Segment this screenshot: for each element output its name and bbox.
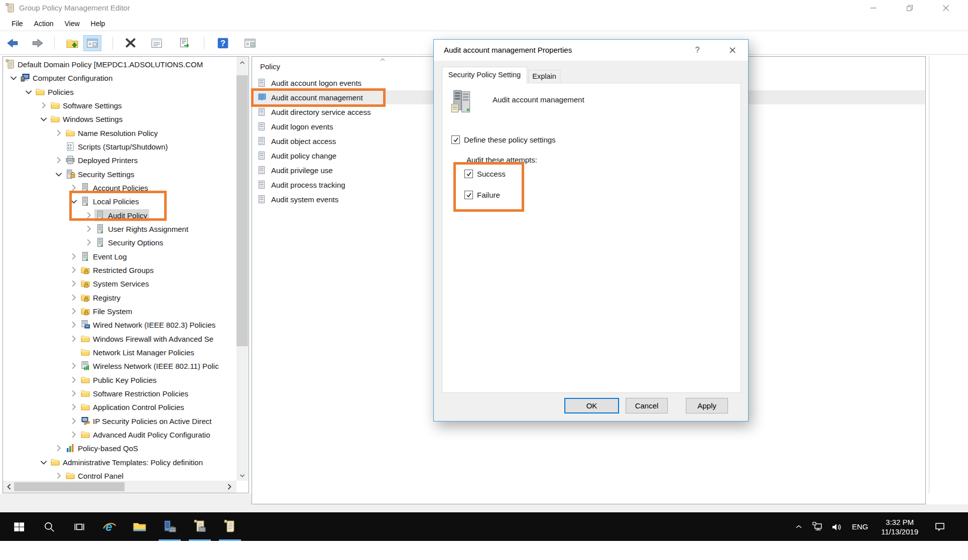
tree-vertical-scroll-thumb[interactable]	[236, 75, 248, 346]
taskbar-gpmc-app[interactable]	[188, 512, 212, 541]
tray-language-indicator[interactable]: ENG	[848, 512, 873, 541]
close-button[interactable]	[935, 0, 957, 16]
menu-view[interactable]: View	[59, 16, 85, 31]
minimize-button[interactable]	[863, 0, 885, 16]
tree-item-audit-policy[interactable]: Audit Policy	[3, 209, 236, 222]
tree-item-file-system[interactable]: File System	[3, 305, 236, 318]
tree-item-advanced-audit-policy-configuratio[interactable]: Advanced Audit Policy Configuratio	[3, 428, 236, 441]
tray-clock[interactable]: 3:32 PM 11/13/2019	[875, 512, 925, 541]
chevron-right-icon[interactable]	[70, 253, 77, 260]
tree-item-user-rights-assignment[interactable]: User Rights Assignment	[3, 222, 236, 235]
tree-item-wireless-network-ieee-802-11-polic[interactable]: Wireless Network (IEEE 802.11) Polic	[3, 359, 236, 372]
menu-file[interactable]: File	[6, 16, 29, 31]
taskbar-search-button[interactable]	[37, 512, 61, 541]
scroll-left-arrow-icon[interactable]	[4, 481, 14, 493]
taskbar-task-view-button[interactable]	[67, 512, 91, 541]
chevron-down-icon[interactable]	[55, 171, 62, 178]
define-policy-settings-checkbox[interactable]: Define these policy settings	[451, 135, 556, 144]
menu-action[interactable]: Action	[29, 16, 59, 31]
chevron-right-icon[interactable]	[55, 472, 62, 479]
scroll-up-arrow-icon[interactable]	[236, 58, 248, 68]
chevron-right-icon[interactable]	[70, 280, 77, 287]
tree-item-event-log[interactable]: Event Log	[3, 250, 236, 263]
policy-column-header[interactable]: Policy	[260, 60, 280, 73]
tree-item-registry[interactable]: Registry	[3, 291, 236, 304]
chevron-right-icon[interactable]	[55, 129, 62, 136]
tray-volume-icon[interactable]	[827, 512, 845, 541]
taskbar-server-manager-app[interactable]	[158, 512, 182, 541]
scroll-down-arrow-icon[interactable]	[236, 471, 248, 481]
tree-item-network-list-manager-policies[interactable]: Network List Manager Policies	[3, 346, 236, 359]
apply-button[interactable]: Apply	[686, 398, 728, 413]
console-window-alt-button[interactable]	[241, 35, 259, 51]
tree-item-default-domain-policy-mepdc1-adsolutions[interactable]: Default Domain Policy [MEPDC1.ADSOLUTION…	[3, 58, 236, 71]
tree-item-scripts-startup-shutdown[interactable]: Scripts (Startup/Shutdown)	[3, 140, 236, 153]
taskbar-internet-explorer-app[interactable]: e	[97, 512, 122, 541]
action-center-icon[interactable]	[929, 512, 951, 541]
help-button[interactable]: ?	[214, 35, 232, 51]
chevron-down-icon[interactable]	[40, 459, 47, 466]
chevron-down-icon[interactable]	[70, 198, 77, 205]
tree-item-account-policies[interactable]: Account Policies	[3, 181, 236, 194]
tree-item-wired-network-ieee-802-3-policies[interactable]: Wired Network (IEEE 802.3) Policies	[3, 318, 236, 331]
properties-button[interactable]	[148, 35, 166, 51]
chevron-right-icon[interactable]	[70, 266, 77, 273]
tree-horizontal-scroll-thumb[interactable]	[14, 482, 125, 491]
scroll-right-arrow-icon[interactable]	[224, 481, 234, 493]
chevron-right-icon[interactable]	[70, 417, 77, 425]
export-list-button[interactable]	[176, 35, 194, 51]
tab-security-policy-setting[interactable]: Security Policy Setting	[442, 67, 527, 83]
chevron-right-icon[interactable]	[55, 157, 62, 164]
chevron-right-icon[interactable]	[70, 431, 77, 438]
chevron-right-icon[interactable]	[70, 184, 77, 191]
tree-item-name-resolution-policy[interactable]: Name Resolution Policy	[3, 126, 236, 139]
forward-arrow-button[interactable]	[28, 35, 46, 51]
restore-button[interactable]	[899, 0, 921, 16]
tray-network-icon[interactable]	[808, 512, 826, 541]
chevron-down-icon[interactable]	[40, 115, 47, 122]
show-console-tree-button[interactable]	[63, 35, 81, 51]
chevron-right-icon[interactable]	[40, 102, 47, 109]
tree-item-security-settings[interactable]: Security Settings	[3, 168, 236, 181]
dialog-close-button[interactable]	[724, 42, 741, 58]
chevron-right-icon[interactable]	[85, 239, 92, 246]
tree-item-windows-firewall-with-advanced-se[interactable]: Windows Firewall with Advanced Se	[3, 332, 236, 345]
chevron-right-icon[interactable]	[70, 390, 77, 397]
tree-item-policy-based-qos[interactable]: Policy-based QoS	[3, 442, 236, 455]
chevron-right-icon[interactable]	[85, 225, 92, 232]
delete-x-button[interactable]	[122, 35, 140, 51]
tree-item-windows-settings[interactable]: Windows Settings	[3, 112, 236, 125]
chevron-right-icon[interactable]	[70, 403, 77, 410]
console-window-button[interactable]	[83, 35, 101, 51]
chevron-right-icon[interactable]	[70, 376, 77, 383]
tree-item-security-options[interactable]: Security Options	[3, 236, 236, 249]
menu-help[interactable]: Help	[85, 16, 111, 31]
tree-item-public-key-policies[interactable]: Public Key Policies	[3, 373, 236, 386]
taskbar-file-explorer-app[interactable]	[128, 512, 152, 541]
tree-item-control-panel[interactable]: Control Panel	[3, 469, 236, 480]
chevron-down-icon[interactable]	[25, 88, 32, 95]
tray-chevron-up-icon[interactable]	[791, 512, 807, 541]
chevron-right-icon[interactable]	[70, 308, 77, 315]
taskbar-gp-editor-app[interactable]	[218, 512, 242, 541]
tree-item-software-restriction-policies[interactable]: Software Restriction Policies	[3, 387, 236, 400]
tree-item-policies[interactable]: Policies	[3, 85, 236, 98]
cancel-button[interactable]: Cancel	[626, 398, 668, 413]
chevron-right-icon[interactable]	[70, 362, 77, 369]
tab-explain[interactable]: Explain	[528, 70, 560, 83]
ok-button[interactable]: OK	[564, 398, 619, 413]
chevron-down-icon[interactable]	[10, 74, 17, 81]
back-arrow-button[interactable]	[4, 35, 22, 51]
dialog-help-button[interactable]: ?	[689, 40, 706, 61]
tree-item-application-control-policies[interactable]: Application Control Policies	[3, 400, 236, 413]
chevron-right-icon[interactable]	[70, 335, 77, 342]
chevron-right-icon[interactable]	[70, 321, 77, 328]
tree-item-administrative-templates-policy-definiti[interactable]: Administrative Templates: Policy definit…	[3, 456, 236, 469]
tree-item-system-services[interactable]: System Services	[3, 277, 236, 290]
tree-item-local-policies[interactable]: Local Policies	[3, 195, 236, 208]
chevron-right-icon[interactable]	[70, 294, 77, 301]
tree-item-computer-configuration[interactable]: Computer Configuration	[3, 71, 236, 84]
chevron-right-icon[interactable]	[55, 445, 62, 452]
taskbar-start-button[interactable]	[7, 512, 31, 541]
success-checkbox[interactable]: Success	[464, 170, 506, 178]
